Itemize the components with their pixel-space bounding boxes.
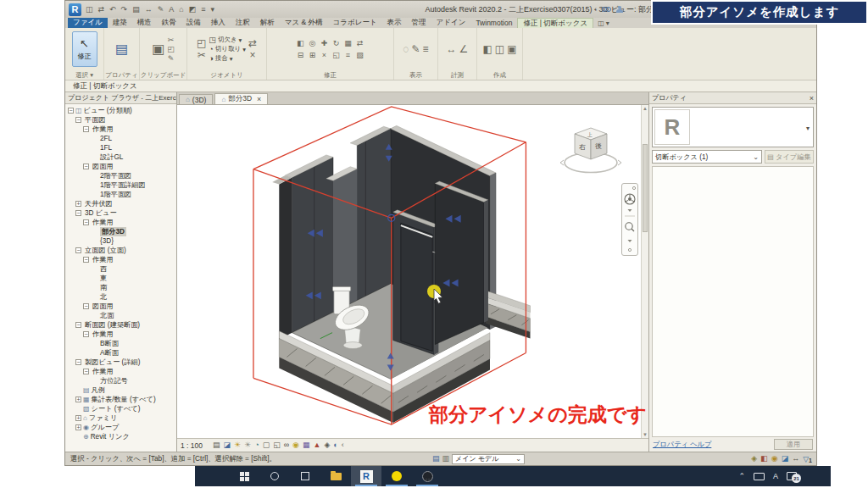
tree-item[interactable]: 北 (65, 292, 176, 302)
temp-view-props-icon[interactable]: ▦ (303, 441, 310, 449)
select-underlay-icon[interactable]: ◧ (760, 455, 768, 463)
ime-indicator[interactable]: A (773, 472, 778, 480)
tree-item[interactable]: − 断面図 (建築断面) (65, 320, 176, 330)
cut-small-icon[interactable]: ✂ (168, 36, 175, 44)
expand-icon[interactable]: − (68, 108, 74, 114)
drawing-area[interactable]: 上 右 後 (177, 105, 648, 438)
tree-item[interactable]: ⊕ Revit リンク (65, 432, 176, 441)
expand-icon[interactable]: − (83, 126, 89, 132)
geometry-tool[interactable]: ◔切り取り▾ (209, 45, 246, 53)
expand-icon[interactable]: − (83, 369, 89, 374)
measure-length-icon[interactable]: ↔ (447, 44, 457, 54)
collapse-icon[interactable]: ‹ (594, 5, 597, 14)
tree-item[interactable]: A断面 (65, 348, 176, 358)
expand-icon[interactable] (75, 434, 81, 440)
rendering-icon[interactable]: ◔ (254, 441, 259, 449)
drag-selection-icon[interactable]: ↔ (792, 455, 799, 463)
scrollbar-thumb[interactable] (643, 144, 648, 232)
ribbon-tab[interactable]: 管理 (407, 18, 431, 28)
undo-icon[interactable]: ↶ (109, 6, 116, 14)
close-tab-icon[interactable]: × (257, 95, 261, 103)
create-parts-icon[interactable]: ◧ (482, 44, 492, 54)
active-model-dropdown[interactable]: メイン モデル⌄ (452, 454, 525, 464)
scale-icon[interactable]: ▧ (356, 52, 364, 59)
revit-taskbar-button[interactable]: R (351, 466, 381, 486)
tree-item[interactable]: 1階平面図 (65, 190, 176, 199)
ribbon-display-toggle[interactable]: ◫▾ (598, 18, 609, 28)
tree-item[interactable]: + ◉ グループ (65, 423, 176, 432)
expand-icon[interactable]: − (83, 331, 89, 337)
modify-button[interactable]: ↖ 修正 (72, 31, 97, 67)
paste-icon[interactable]: ▣ (152, 42, 164, 56)
scroll-down-icon[interactable]: ▼ (642, 432, 648, 437)
section-icon[interactable]: ◩ (189, 6, 197, 14)
expand-icon[interactable]: − (75, 117, 81, 123)
expand-icon[interactable]: − (75, 210, 81, 216)
expand-icon[interactable] (91, 275, 97, 281)
tree-item[interactable]: − 3D ビュー (65, 208, 176, 218)
select-by-face-icon[interactable]: ◪ (782, 455, 789, 463)
expand-icon[interactable] (75, 406, 81, 412)
visual-style-icon[interactable]: ◪ (224, 441, 231, 449)
expand-icon[interactable] (91, 154, 97, 160)
worksharing-icon[interactable]: ◐ (333, 441, 337, 449)
move-icon[interactable]: ✚ (321, 40, 328, 47)
shadows-icon[interactable]: ☀ (244, 441, 251, 449)
tree-item[interactable]: − 作業用 (65, 255, 176, 264)
ribbon-tab[interactable]: 挿入 (206, 18, 231, 28)
expand-icon[interactable] (91, 341, 97, 347)
tree-item[interactable]: − ◫ ビュー (分類順) (65, 106, 176, 115)
ribbon-tab[interactable]: アドイン (431, 18, 471, 28)
copy-small-icon[interactable]: ◰ (167, 46, 175, 53)
rotate-icon[interactable]: ↻ (333, 40, 340, 47)
tree-item[interactable]: 南 (65, 283, 176, 292)
tree-item[interactable]: 設計GL (65, 152, 176, 162)
linework-icon[interactable]: ≡ (423, 44, 429, 54)
expand-icon[interactable] (91, 285, 97, 291)
tree-item[interactable]: ▤ 凡例 (65, 385, 176, 395)
apply-coping-icon[interactable]: ✂ (198, 50, 206, 60)
revit-app-button[interactable]: R (69, 3, 81, 16)
tree-item[interactable]: − 作業用 (65, 125, 176, 134)
vertical-scrollbar[interactable]: ▲ ▼ (641, 105, 648, 438)
ribbon-tab[interactable]: 解析 (255, 18, 280, 28)
task-view-button[interactable] (290, 466, 320, 486)
ribbon-tab[interactable]: 鉄骨 (157, 18, 181, 28)
tree-item[interactable]: + 天井伏図 (65, 199, 176, 208)
expand-icon[interactable] (91, 191, 97, 197)
tree-item[interactable]: 東 (65, 274, 176, 283)
window-switch-icon[interactable]: ◫ (86, 6, 93, 14)
tree-item[interactable]: 2FL (65, 134, 176, 143)
design-options-icon[interactable]: ▥ (442, 455, 450, 463)
show-crop-icon[interactable]: ◱ (273, 441, 281, 449)
expand-icon[interactable]: − (75, 359, 81, 365)
properties-icon[interactable]: ▤ (115, 42, 128, 56)
expand-icon[interactable] (91, 173, 97, 179)
geometry-tool[interactable]: ◑接合▾ (209, 54, 246, 63)
match-icon[interactable]: ✎ (168, 55, 175, 63)
cut-opening-icon[interactable]: ◰ (197, 38, 206, 48)
tree-item[interactable]: 方位記号 (65, 376, 176, 385)
expand-icon[interactable]: − (75, 247, 81, 253)
tree-item[interactable]: 北面 (65, 311, 176, 320)
expand-icon[interactable]: − (83, 303, 89, 309)
properties-help-link[interactable]: プロパティ ヘルプ (653, 440, 711, 449)
scroll-up-icon[interactable]: ▲ (642, 106, 648, 111)
expand-icon[interactable] (91, 238, 97, 244)
reveal-hidden-icon[interactable]: ◉ (292, 441, 299, 449)
displacement-icon[interactable]: ◈ (324, 441, 330, 449)
tree-item[interactable]: B断面 (65, 339, 176, 348)
viewcube[interactable]: 上 右 後 (557, 124, 625, 180)
obs-button[interactable] (412, 466, 442, 486)
tree-item[interactable]: − 図面用 (65, 302, 176, 311)
offset-icon[interactable]: ◎ (309, 40, 316, 47)
ribbon-tab[interactable]: コラボレート (328, 18, 382, 28)
paint-icon[interactable]: ⇄ (248, 38, 257, 48)
edit-type-button[interactable]: ▤タイプ編集 (765, 150, 814, 164)
expand-icon[interactable]: + (75, 424, 81, 430)
tree-item[interactable]: − 平面図 (65, 115, 176, 125)
expand-icon[interactable] (75, 387, 81, 393)
temporary-hide-icon[interactable]: ∞ (284, 441, 289, 449)
start-button[interactable] (229, 466, 259, 486)
type-selector[interactable]: R ▾ (652, 107, 814, 147)
